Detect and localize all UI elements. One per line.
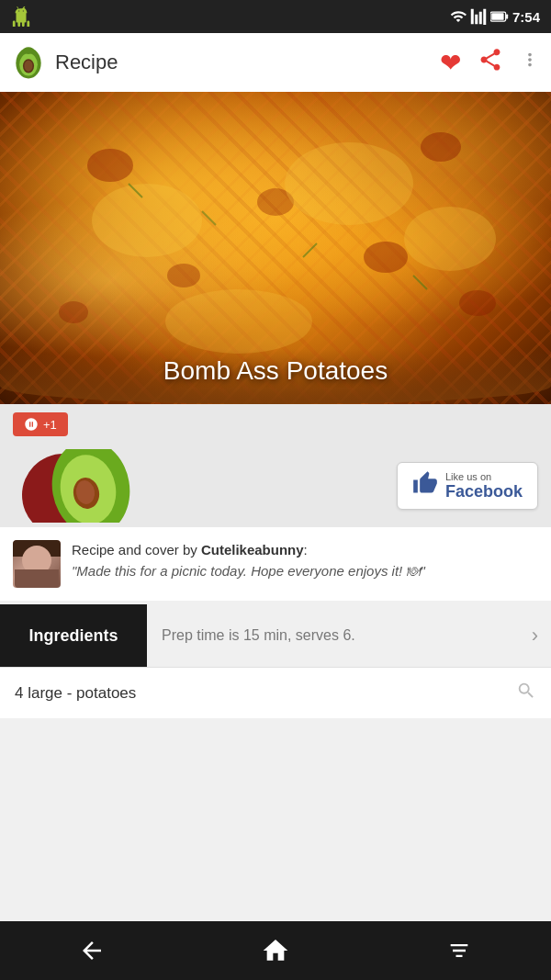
ingredients-label: Ingredients [0,604,147,667]
svg-point-6 [24,61,32,72]
svg-point-17 [165,289,312,354]
battery-icon [490,8,509,25]
prep-time-text: Prep time is 15 min, serves 6. [147,627,532,644]
svg-line-20 [303,243,317,257]
svg-line-21 [202,211,216,225]
avatar-body [15,569,59,588]
svg-line-22 [413,276,427,289]
android-icon [11,6,31,27]
ingredient-search-icon[interactable] [516,681,536,706]
app-bar-actions: ❤ [440,47,540,79]
svg-point-16 [285,142,413,225]
ingredient-row: 4 large - potatoes [0,667,551,718]
gplus-count: +1 [43,418,57,432]
svg-point-10 [421,132,461,162]
author-text: Recipe and cover by Cutelikeabunny: "Mad… [72,540,425,581]
hero-dish-name: Bomb Ass Potatoes [0,356,551,386]
nav-home-button[interactable] [239,930,312,971]
favorite-button[interactable]: ❤ [440,48,461,78]
ingredient-text: 4 large - potatoes [15,684,136,703]
svg-point-13 [59,301,88,323]
bottom-navigation [0,921,551,980]
svg-point-14 [459,290,496,316]
svg-point-12 [364,242,408,273]
status-icons: 7:54 [450,8,540,25]
status-bar: 7:54 [0,0,551,33]
status-time: 7:54 [512,9,540,25]
svg-point-18 [404,207,496,271]
author-section: Recipe and cover by Cutelikeabunny: "Mad… [0,527,551,601]
svg-rect-2 [491,13,503,20]
avocado-banner-illustration [13,449,132,523]
author-name: Cutelikeabunny [201,542,304,558]
facebook-like-text: Like us on [445,471,491,482]
author-quote: "Made this for a picnic today. Hope ever… [72,563,425,579]
nav-recent-button[interactable] [422,930,496,971]
app-logo [11,45,46,80]
more-options-button[interactable] [520,50,540,75]
wifi-icon [450,8,467,25]
facebook-banner: Like us on Facebook [0,445,551,527]
status-bar-left [11,6,31,27]
author-prefix: Recipe and cover by [72,542,201,558]
nav-back-button[interactable] [55,930,129,971]
svg-rect-1 [506,15,508,19]
facebook-thumbs-up-icon [412,470,438,501]
author-suffix: : [304,542,308,558]
app-bar: Recipe ❤ [0,33,551,92]
chevron-right-icon: › [532,624,551,648]
gplus-bar: +1 [0,404,551,445]
author-avatar [13,540,61,588]
svg-point-7 [23,47,34,54]
svg-point-8 [87,149,133,182]
svg-point-15 [92,184,202,257]
gplus-button[interactable]: +1 [13,412,68,436]
hero-image-container: Bomb Ass Potatoes [0,92,551,404]
facebook-like-button[interactable]: Like us on Facebook [397,462,538,510]
app-title: Recipe [55,51,431,74]
svg-point-11 [167,264,200,287]
facebook-text-wrapper: Like us on Facebook [445,471,523,501]
ingredients-bar[interactable]: Ingredients Prep time is 15 min, serves … [0,604,551,667]
signal-icon [470,8,487,25]
share-button[interactable] [478,47,503,79]
facebook-brand-text: Facebook [445,482,523,501]
